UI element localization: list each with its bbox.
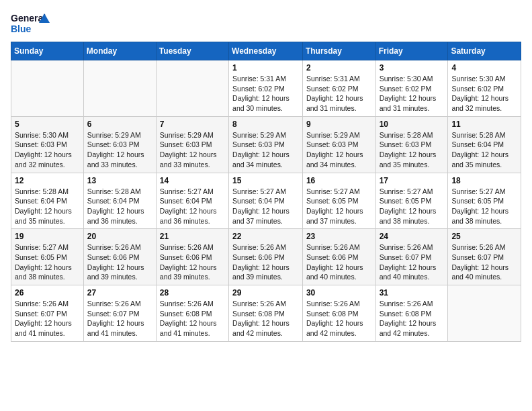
calendar-cell: [83, 60, 156, 117]
day-number: 11: [451, 120, 517, 129]
calendar-cell: 6Sunrise: 5:29 AM Sunset: 6:03 PM Daylig…: [83, 116, 156, 173]
day-info: Sunrise: 5:26 AM Sunset: 6:07 PM Dayligh…: [380, 242, 445, 282]
header-thursday: Thursday: [302, 42, 375, 60]
day-number: 24: [380, 232, 445, 241]
header-wednesday: Wednesday: [229, 42, 303, 60]
day-number: 29: [232, 288, 299, 298]
calendar-cell: 9Sunrise: 5:29 AM Sunset: 6:03 PM Daylig…: [302, 116, 375, 173]
calendar-cell: 19Sunrise: 5:27 AM Sunset: 6:05 PM Dayli…: [11, 229, 84, 285]
week-row-4: 26Sunrise: 5:26 AM Sunset: 6:07 PM Dayli…: [11, 285, 521, 342]
day-info: Sunrise: 5:26 AM Sunset: 6:06 PM Dayligh…: [87, 242, 152, 282]
day-number: 4: [451, 63, 517, 73]
day-info: Sunrise: 5:28 AM Sunset: 6:04 PM Dayligh…: [87, 187, 152, 226]
header-tuesday: Tuesday: [156, 42, 228, 60]
calendar-cell: 21Sunrise: 5:26 AM Sunset: 6:06 PM Dayli…: [156, 229, 228, 285]
calendar-cell: [11, 60, 84, 117]
header-sunday: Sunday: [11, 42, 84, 60]
day-number: 21: [160, 232, 225, 241]
day-info: Sunrise: 5:29 AM Sunset: 6:03 PM Dayligh…: [232, 130, 299, 170]
calendar-cell: 18Sunrise: 5:27 AM Sunset: 6:05 PM Dayli…: [448, 173, 521, 229]
day-number: 25: [451, 232, 517, 241]
day-number: 10: [380, 120, 445, 129]
calendar-cell: 23Sunrise: 5:26 AM Sunset: 6:06 PM Dayli…: [302, 229, 375, 285]
day-number: 28: [160, 288, 225, 298]
day-info: Sunrise: 5:27 AM Sunset: 6:05 PM Dayligh…: [451, 187, 517, 226]
logo: GeneralBlue: [11, 11, 51, 36]
day-info: Sunrise: 5:31 AM Sunset: 6:02 PM Dayligh…: [232, 74, 299, 113]
day-info: Sunrise: 5:26 AM Sunset: 6:08 PM Dayligh…: [160, 299, 225, 338]
day-info: Sunrise: 5:27 AM Sunset: 6:04 PM Dayligh…: [160, 187, 225, 226]
day-number: 31: [380, 288, 445, 298]
calendar-cell: 29Sunrise: 5:26 AM Sunset: 6:08 PM Dayli…: [229, 285, 303, 342]
day-info: Sunrise: 5:26 AM Sunset: 6:07 PM Dayligh…: [451, 242, 517, 282]
day-info: Sunrise: 5:26 AM Sunset: 6:06 PM Dayligh…: [232, 242, 299, 282]
calendar-cell: 27Sunrise: 5:26 AM Sunset: 6:07 PM Dayli…: [83, 285, 156, 342]
week-row-2: 12Sunrise: 5:28 AM Sunset: 6:04 PM Dayli…: [11, 173, 521, 229]
day-number: 5: [15, 120, 80, 129]
calendar-cell: 28Sunrise: 5:26 AM Sunset: 6:08 PM Dayli…: [156, 285, 228, 342]
calendar-cell: 16Sunrise: 5:27 AM Sunset: 6:05 PM Dayli…: [302, 173, 375, 229]
day-info: Sunrise: 5:29 AM Sunset: 6:03 PM Dayligh…: [87, 130, 152, 170]
calendar-cell: 1Sunrise: 5:31 AM Sunset: 6:02 PM Daylig…: [229, 60, 303, 117]
calendar-table: SundayMondayTuesdayWednesdayThursdayFrid…: [11, 42, 521, 342]
day-info: Sunrise: 5:28 AM Sunset: 6:04 PM Dayligh…: [451, 130, 517, 170]
day-info: Sunrise: 5:26 AM Sunset: 6:08 PM Dayligh…: [306, 299, 372, 338]
day-number: 7: [160, 120, 225, 129]
calendar-cell: 3Sunrise: 5:30 AM Sunset: 6:02 PM Daylig…: [375, 60, 448, 117]
day-info: Sunrise: 5:30 AM Sunset: 6:02 PM Dayligh…: [380, 74, 445, 113]
calendar-cell: 15Sunrise: 5:27 AM Sunset: 6:04 PM Dayli…: [229, 173, 303, 229]
calendar-cell: 17Sunrise: 5:27 AM Sunset: 6:05 PM Dayli…: [375, 173, 448, 229]
day-info: Sunrise: 5:31 AM Sunset: 6:02 PM Dayligh…: [306, 74, 372, 113]
day-number: 9: [306, 120, 372, 129]
calendar-header-row: SundayMondayTuesdayWednesdayThursdayFrid…: [11, 42, 521, 60]
day-number: 19: [15, 232, 80, 241]
calendar-cell: 5Sunrise: 5:30 AM Sunset: 6:03 PM Daylig…: [11, 116, 84, 173]
header-saturday: Saturday: [448, 42, 521, 60]
day-info: Sunrise: 5:28 AM Sunset: 6:03 PM Dayligh…: [380, 130, 445, 170]
day-number: 15: [232, 176, 299, 185]
day-number: 6: [87, 120, 152, 129]
day-number: 26: [15, 288, 80, 298]
day-info: Sunrise: 5:27 AM Sunset: 6:05 PM Dayligh…: [380, 187, 445, 226]
calendar-cell: 24Sunrise: 5:26 AM Sunset: 6:07 PM Dayli…: [375, 229, 448, 285]
calendar-cell: 10Sunrise: 5:28 AM Sunset: 6:03 PM Dayli…: [375, 116, 448, 173]
day-info: Sunrise: 5:27 AM Sunset: 6:05 PM Dayligh…: [306, 187, 372, 226]
calendar-cell: 30Sunrise: 5:26 AM Sunset: 6:08 PM Dayli…: [302, 285, 375, 342]
day-info: Sunrise: 5:29 AM Sunset: 6:03 PM Dayligh…: [160, 130, 225, 170]
page-header: GeneralBlue: [11, 11, 521, 36]
day-info: Sunrise: 5:26 AM Sunset: 6:07 PM Dayligh…: [15, 299, 80, 338]
day-number: 27: [87, 288, 152, 298]
day-number: 2: [306, 63, 372, 73]
calendar-cell: 14Sunrise: 5:27 AM Sunset: 6:04 PM Dayli…: [156, 173, 228, 229]
calendar-cell: 26Sunrise: 5:26 AM Sunset: 6:07 PM Dayli…: [11, 285, 84, 342]
calendar-cell: 20Sunrise: 5:26 AM Sunset: 6:06 PM Dayli…: [83, 229, 156, 285]
calendar-cell: 11Sunrise: 5:28 AM Sunset: 6:04 PM Dayli…: [448, 116, 521, 173]
calendar-cell: 22Sunrise: 5:26 AM Sunset: 6:06 PM Dayli…: [229, 229, 303, 285]
day-info: Sunrise: 5:27 AM Sunset: 6:05 PM Dayligh…: [15, 242, 80, 282]
day-number: 14: [160, 176, 225, 185]
day-number: 17: [380, 176, 445, 185]
day-info: Sunrise: 5:30 AM Sunset: 6:03 PM Dayligh…: [15, 130, 80, 170]
calendar-cell: 12Sunrise: 5:28 AM Sunset: 6:04 PM Dayli…: [11, 173, 84, 229]
day-info: Sunrise: 5:26 AM Sunset: 6:08 PM Dayligh…: [380, 299, 445, 338]
day-number: 23: [306, 232, 372, 241]
day-number: 30: [306, 288, 372, 298]
calendar-cell: 8Sunrise: 5:29 AM Sunset: 6:03 PM Daylig…: [229, 116, 303, 173]
week-row-0: 1Sunrise: 5:31 AM Sunset: 6:02 PM Daylig…: [11, 60, 521, 117]
svg-text:Blue: Blue: [11, 24, 32, 34]
day-info: Sunrise: 5:26 AM Sunset: 6:06 PM Dayligh…: [306, 242, 372, 282]
day-info: Sunrise: 5:29 AM Sunset: 6:03 PM Dayligh…: [306, 130, 372, 170]
calendar-cell: [448, 285, 521, 342]
day-number: 1: [232, 63, 299, 73]
day-info: Sunrise: 5:28 AM Sunset: 6:04 PM Dayligh…: [15, 187, 80, 226]
day-number: 16: [306, 176, 372, 185]
week-row-3: 19Sunrise: 5:27 AM Sunset: 6:05 PM Dayli…: [11, 229, 521, 285]
calendar-cell: [156, 60, 228, 117]
header-friday: Friday: [375, 42, 448, 60]
calendar-cell: 13Sunrise: 5:28 AM Sunset: 6:04 PM Dayli…: [83, 173, 156, 229]
day-info: Sunrise: 5:26 AM Sunset: 6:07 PM Dayligh…: [87, 299, 152, 338]
logo-svg: GeneralBlue: [11, 11, 51, 36]
day-info: Sunrise: 5:30 AM Sunset: 6:02 PM Dayligh…: [451, 74, 517, 113]
day-number: 22: [232, 232, 299, 241]
calendar-cell: 2Sunrise: 5:31 AM Sunset: 6:02 PM Daylig…: [302, 60, 375, 117]
